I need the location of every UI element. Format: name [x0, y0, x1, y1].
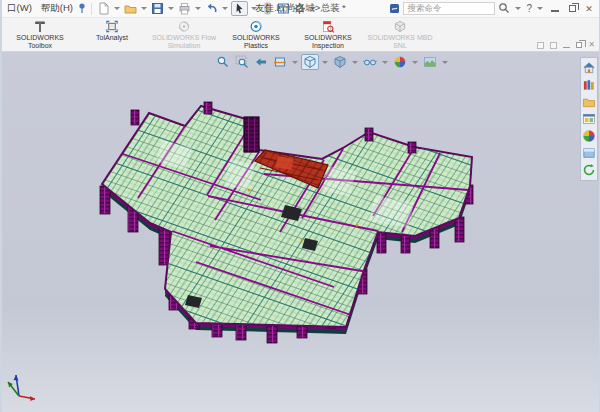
zoom-fit-icon[interactable]	[214, 54, 232, 70]
tab-label: SOLIDWORKS Inspection	[292, 34, 364, 50]
titlebar-right: 搜索命令 ? ✕	[389, 0, 596, 18]
doc-minimize-button[interactable]	[563, 42, 570, 48]
tolanalyst-icon	[105, 20, 119, 33]
print-caret-icon[interactable]	[195, 7, 201, 10]
menu-item-help[interactable]: 帮助(H)	[41, 2, 73, 15]
tab-label: SOLIDWORKS Plastics	[220, 34, 292, 50]
tab-solidworks-toolbox[interactable]: SOLIDWORKS Toolbox	[4, 18, 76, 51]
restore-button[interactable]	[565, 3, 579, 15]
solidworks-logo-icon	[389, 0, 400, 18]
solidworks-window: 口(W) 帮助(H)	[0, 0, 600, 412]
help-caret-icon[interactable]	[537, 7, 543, 10]
design-library-icon[interactable]	[582, 78, 597, 92]
apply-scene-icon[interactable]	[421, 54, 439, 70]
file-explorer-icon[interactable]	[582, 95, 597, 109]
view-orientation-caret-icon[interactable]	[322, 61, 328, 64]
tab-flow-simulation[interactable]: SOLIDWORKS Flow Simulation	[148, 18, 220, 51]
section-caret-icon[interactable]	[292, 61, 298, 64]
graphics-viewport[interactable]	[2, 52, 599, 412]
search-caret-icon[interactable]	[515, 7, 521, 10]
toolbar-separator	[91, 3, 92, 15]
custom-properties-icon[interactable]	[582, 163, 597, 177]
save-icon[interactable]	[150, 1, 165, 16]
appearances-scenes-icon[interactable]	[582, 129, 597, 143]
document-title: 友佳.欧尚名城>总装 *	[255, 2, 346, 15]
undo-icon[interactable]	[204, 1, 219, 16]
reference-triad-icon	[8, 375, 35, 401]
search-placeholder: 搜索命令	[407, 3, 441, 15]
tab-label: SOLIDWORKS Flow Simulation	[148, 34, 220, 50]
view-orientation-icon[interactable]	[301, 54, 319, 70]
tab-label: SOLIDWORKS MBD SNL	[364, 34, 436, 50]
view-palette-icon[interactable]	[582, 112, 597, 126]
section-view-icon[interactable]	[271, 54, 289, 70]
open-caret-icon[interactable]	[141, 7, 147, 10]
tab-inspection[interactable]: SOLIDWORKS Inspection	[292, 18, 364, 51]
hide-show-items-icon[interactable]	[361, 54, 379, 70]
doc-icon-2[interactable]	[550, 42, 557, 49]
tab-label: SOLIDWORKS Toolbox	[4, 34, 76, 50]
task-pane-strip	[580, 57, 598, 181]
flow-simulation-icon	[177, 20, 191, 33]
document-window-controls: ✕	[537, 41, 595, 49]
scene-caret-icon[interactable]	[442, 61, 448, 64]
search-input[interactable]: 搜索命令	[403, 2, 495, 15]
menu-bar: 口(W) 帮助(H)	[5, 2, 77, 15]
undo-caret-icon[interactable]	[222, 7, 228, 10]
close-button[interactable]: ✕	[582, 3, 596, 15]
doc-icon-1[interactable]	[537, 42, 544, 49]
hide-show-caret-icon[interactable]	[382, 61, 388, 64]
display-style-caret-icon[interactable]	[352, 61, 358, 64]
tab-plastics[interactable]: SOLIDWORKS Plastics	[220, 18, 292, 51]
appearance-caret-icon[interactable]	[412, 61, 418, 64]
toolbox-icon	[33, 20, 47, 33]
pin-icon[interactable]	[77, 0, 87, 18]
plastics-icon	[249, 20, 263, 33]
menu-item-window[interactable]: 口(W)	[7, 2, 32, 15]
doc-close-button[interactable]: ✕	[588, 41, 595, 49]
print-icon[interactable]	[177, 1, 192, 16]
solidworks-resources-icon[interactable]	[582, 61, 597, 75]
headsup-view-toolbar	[214, 54, 450, 70]
command-manager: SOLIDWORKS Toolbox TolAnalyst SOLIDWORKS…	[2, 17, 599, 52]
select-arrow-icon[interactable]	[231, 1, 248, 16]
save-caret-icon[interactable]	[168, 7, 174, 10]
zoom-area-icon[interactable]	[233, 54, 251, 70]
previous-view-icon[interactable]	[252, 54, 270, 70]
doc-restore-button[interactable]	[576, 42, 582, 48]
model-3d-view[interactable]	[2, 52, 599, 412]
mbd-icon	[393, 20, 407, 33]
tab-label: TolAnalyst	[96, 34, 128, 42]
help-button[interactable]: ?	[526, 3, 532, 14]
title-bar: 口(W) 帮助(H)	[2, 0, 599, 17]
search-magnifier-icon[interactable]	[498, 0, 510, 18]
display-style-icon[interactable]	[331, 54, 349, 70]
minimize-button[interactable]	[548, 3, 562, 15]
tab-mbd-snl[interactable]: SOLIDWORKS MBD SNL	[364, 18, 436, 51]
open-document-icon[interactable]	[123, 1, 138, 16]
inspection-icon	[321, 20, 335, 33]
tab-tolanalyst[interactable]: TolAnalyst	[76, 18, 148, 51]
new-document-icon[interactable]	[96, 1, 111, 16]
scenes-panel-icon[interactable]	[582, 146, 597, 160]
edit-appearance-icon[interactable]	[391, 54, 409, 70]
new-caret-icon[interactable]	[114, 7, 120, 10]
